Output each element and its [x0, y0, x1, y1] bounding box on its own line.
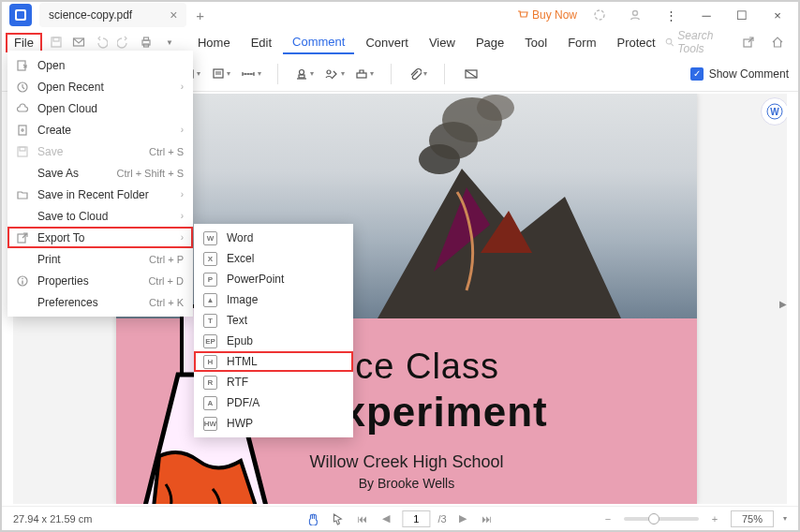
minimize-button[interactable]: ─ [693, 2, 719, 28]
tab-form[interactable]: Form [558, 32, 605, 53]
file-menu-preferences[interactable]: Preferences Ctrl + K [7, 291, 193, 313]
file-menu-create[interactable]: Create › [7, 119, 193, 140]
word-export-badge[interactable]: W [761, 97, 787, 126]
mail-icon[interactable] [68, 32, 89, 52]
hand-tool-icon[interactable] [304, 510, 321, 527]
close-tab-icon[interactable]: × [170, 7, 177, 22]
close-window-button[interactable]: × [764, 2, 791, 28]
file-menu-open-recent[interactable]: Open Recent › [7, 76, 193, 97]
chevron-right-icon: › [181, 232, 184, 243]
tab-comment[interactable]: Comment [283, 31, 354, 54]
print-icon[interactable] [136, 32, 156, 52]
menu-icon [15, 101, 30, 116]
page-dimensions: 27.94 x 21.59 cm [13, 513, 92, 525]
next-page-icon[interactable]: ▶ [454, 510, 471, 527]
format-icon: H [203, 355, 217, 369]
export-hwp[interactable]: HWHWP [194, 413, 353, 434]
zoom-in-icon[interactable]: + [706, 510, 723, 527]
stamp2-icon[interactable]: ▾ [351, 62, 378, 86]
home-icon[interactable] [766, 29, 788, 55]
file-menu-button[interactable]: File [6, 33, 42, 52]
sync-icon[interactable] [586, 2, 613, 28]
svg-rect-5 [53, 37, 59, 41]
chevron-right-icon: › [181, 189, 184, 200]
measure-icon[interactable]: ▾ [238, 62, 264, 86]
tab-edit[interactable]: Edit [242, 32, 281, 53]
export-submenu: WWordXExcelPPowerPoint▲ImageTTextEPEpubH… [194, 224, 353, 437]
more-icon[interactable]: ⋮ [658, 2, 684, 28]
menu-icon [15, 80, 30, 95]
menu-icon [15, 295, 30, 310]
stamp-icon[interactable]: ▾ [291, 62, 318, 86]
zoom-slider[interactable] [624, 517, 699, 521]
collapse-ribbon-icon[interactable] [795, 29, 800, 55]
last-page-icon[interactable]: ⏭ [479, 510, 496, 527]
menu-tabs: Home Edit Comment Convert View Page Tool… [188, 31, 665, 54]
export-html[interactable]: HHTML [194, 351, 353, 372]
zoom-out-icon[interactable]: − [600, 510, 616, 527]
undo-icon[interactable] [91, 32, 111, 52]
export-word[interactable]: WWord [194, 228, 353, 248]
select-tool-icon[interactable] [329, 510, 346, 527]
menu-icon [15, 273, 30, 288]
export-text[interactable]: TText [194, 310, 353, 331]
page-total: /3 [437, 513, 446, 525]
next-page-side-icon[interactable]: ▶ [779, 299, 787, 309]
zoom-value[interactable]: 75% [731, 510, 774, 527]
format-icon: R [203, 376, 217, 390]
tab-home[interactable]: Home [188, 32, 240, 53]
save-icon[interactable] [46, 32, 67, 52]
tab-convert[interactable]: Convert [356, 32, 418, 53]
chevron-right-icon: › [181, 125, 184, 135]
hide-icon[interactable] [458, 62, 484, 86]
svg-point-10 [666, 38, 672, 44]
user-icon[interactable] [622, 2, 648, 28]
format-icon: EP [203, 334, 217, 348]
file-dropdown-menu: Open Open Recent › Open Cloud Create › S… [7, 51, 193, 317]
first-page-icon[interactable]: ⏮ [353, 510, 370, 527]
file-menu-export-to[interactable]: Export To › [7, 227, 193, 248]
export-powerpoint[interactable]: PPowerPoint [194, 269, 353, 289]
signature-icon[interactable]: ▾ [321, 62, 348, 86]
new-tab-button[interactable]: + [196, 7, 204, 23]
menu-icon [15, 252, 30, 267]
export-image[interactable]: ▲Image [194, 289, 353, 310]
file-menu-save-in-recent-folder[interactable]: Save in Recent Folder › [7, 184, 193, 205]
search-tools-input[interactable]: Search Tools [665, 29, 731, 55]
attachment-icon[interactable]: ▾ [405, 62, 431, 86]
share-icon[interactable] [737, 29, 759, 55]
format-icon: W [203, 231, 217, 245]
zoom-dropdown-icon[interactable]: ▾ [783, 514, 787, 523]
tab-tool[interactable]: Tool [515, 32, 556, 53]
zoom-thumb[interactable] [648, 513, 659, 525]
export-pdfa[interactable]: APDF/A [194, 392, 353, 413]
file-menu-save-to-cloud[interactable]: Save to Cloud › [7, 205, 193, 227]
export-epub[interactable]: EPEpub [194, 331, 353, 351]
buy-now-link[interactable]: Buy Now [517, 8, 577, 22]
file-menu-open-cloud[interactable]: Open Cloud [7, 97, 193, 119]
menu-icon [15, 123, 30, 138]
redo-icon[interactable] [113, 32, 134, 52]
file-menu-properties[interactable]: Properties Ctrl + D [7, 270, 193, 291]
qat-dropdown-icon[interactable]: ▼ [158, 32, 179, 52]
page-number-input[interactable] [402, 510, 430, 527]
tab-view[interactable]: View [420, 32, 465, 53]
file-menu-open[interactable]: Open [7, 54, 193, 76]
svg-rect-8 [143, 37, 148, 40]
export-rtf[interactable]: RRTF [194, 372, 353, 392]
file-menu-print[interactable]: Print Ctrl + P [7, 248, 193, 270]
tab-protect[interactable]: Protect [607, 32, 664, 53]
export-excel[interactable]: XExcel [194, 248, 353, 269]
prev-page-icon[interactable]: ◀ [378, 510, 394, 527]
svg-rect-17 [299, 75, 304, 78]
svg-rect-19 [357, 73, 366, 78]
document-tab[interactable]: science-copy.pdf × [39, 3, 186, 27]
note-icon[interactable]: ▾ [208, 62, 234, 86]
maximize-button[interactable]: ☐ [729, 2, 755, 28]
svg-point-16 [300, 69, 304, 74]
file-menu-save-as[interactable]: Save As Ctrl + Shift + S [7, 162, 193, 184]
show-comment-toggle[interactable]: ✓ Show Comment [690, 67, 789, 81]
svg-rect-36 [18, 234, 25, 243]
tab-page[interactable]: Page [467, 32, 513, 53]
smoke-shape [407, 94, 519, 178]
